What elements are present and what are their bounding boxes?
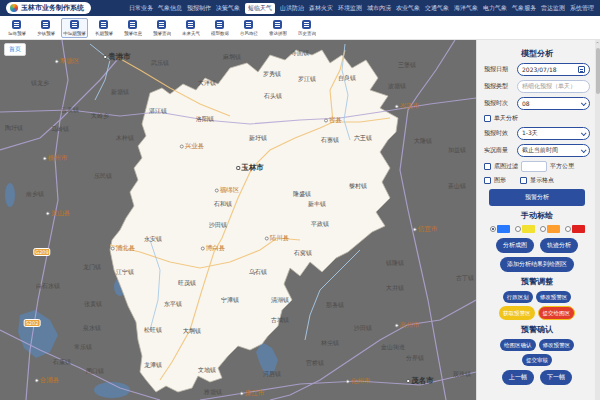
warning-adjust-button[interactable]: 获取预警区 [499, 306, 535, 320]
calendar-icon[interactable] [578, 66, 585, 73]
warning-analysis-button[interactable]: 预警分析 [489, 189, 585, 206]
map-label-town: 新圩镇 [249, 134, 267, 143]
top-nav-item[interactable]: 海洋气象 [454, 4, 478, 13]
top-nav-item[interactable]: 城市内涝 [367, 4, 391, 13]
top-nav-item[interactable]: 森林火灾 [309, 4, 333, 13]
module-tab-label: 历史查询 [298, 30, 316, 35]
module-tab-bar: 短临预警乡镇预警中短期预警长期预警预警信息预警查询未来天气模型数据台风路径雷达拼… [0, 16, 600, 40]
module-tab[interactable]: 中短期预警 [61, 18, 88, 38]
map-label-town: 大垌镇 [183, 327, 201, 336]
plot-color-option[interactable] [490, 225, 510, 233]
basemap-filter-checkbox[interactable] [484, 163, 491, 170]
map-label-town: 闸口镇 [86, 367, 104, 376]
area-threshold-input[interactable] [521, 161, 547, 172]
document-icon [273, 20, 282, 29]
forecast-period-select[interactable]: 1-3天 [517, 127, 590, 140]
map-label-town: 陶圩镇 [5, 124, 23, 133]
actual-rain-select[interactable]: 截止当前时间 [517, 144, 590, 157]
plot-color-option[interactable] [565, 225, 585, 233]
top-nav-item[interactable]: 系统管理 [570, 4, 594, 13]
forecast-date-input[interactable]: 2023/07/18 [517, 63, 590, 76]
color-swatch [547, 225, 560, 233]
place-marker-dot [215, 188, 219, 192]
map-label-city: 贵港市 [103, 52, 131, 62]
module-tab[interactable]: 乡镇预警 [32, 18, 59, 38]
top-nav: 日常业务气象信息预报制作决策气象短临天气山洪防治森林火灾环境监测城市内涝农业气象… [129, 3, 594, 14]
map-canvas[interactable]: 首页 贵港市玉林市茂名市覃塘区横州市兴业县灵山县容县岑溪市浦北县博白县合浦县陆川… [0, 40, 476, 400]
map-label-town: 旺茂镇 [178, 279, 196, 288]
show-grid-checkbox[interactable] [520, 177, 527, 184]
map-label-town: 林尘镇 [321, 339, 339, 348]
manual-plot-button[interactable]: 分析成图 [496, 238, 534, 253]
color-radio[interactable] [515, 226, 521, 232]
document-icon [41, 20, 50, 29]
top-nav-item[interactable]: 交通气象 [425, 4, 449, 13]
map-label-town: 自良镇 [338, 74, 356, 83]
module-tab[interactable]: 雷达拼图 [264, 18, 291, 38]
color-radio[interactable] [540, 226, 546, 232]
next-frame-button[interactable]: 下一幅 [540, 370, 572, 385]
single-day-checkbox[interactable] [484, 115, 491, 122]
top-nav-item[interactable]: 电力气象 [483, 4, 507, 13]
graphic-checkbox[interactable] [484, 177, 491, 184]
document-icon [215, 20, 224, 29]
warning-adjust-button[interactable]: 行政区划 [503, 291, 533, 303]
manual-plot-button[interactable]: 轨迹分析 [540, 238, 578, 253]
top-nav-item[interactable]: 短临天气 [245, 3, 275, 14]
warning-adjust-button[interactable]: 提交绘图区 [538, 306, 576, 320]
map-label-county: 浦北县 [111, 244, 136, 253]
basemap-filter-label: 底图过滤 [494, 162, 518, 171]
add-analysis-result-button[interactable]: 添加分析结果到绘图区 [500, 257, 574, 272]
color-radio[interactable] [490, 226, 496, 232]
warning-adjust-button[interactable]: 修改预警区 [536, 291, 572, 303]
module-tab-label: 中短期预警 [63, 30, 86, 35]
show-grid-label: 显示格点 [530, 176, 554, 185]
map-label-town: 龙潭镇 [144, 361, 162, 370]
top-nav-item[interactable]: 预报制作 [187, 4, 211, 13]
module-tab[interactable]: 未来天气 [177, 18, 204, 38]
module-tab[interactable]: 长期预警 [90, 18, 117, 38]
chevron-down-icon [581, 130, 587, 136]
color-swatch [497, 225, 510, 233]
map-label-county: 廉江市 [240, 389, 265, 398]
module-tab-label: 乡镇预警 [37, 30, 55, 35]
panel-scrollbar[interactable]: ^ [595, 40, 600, 400]
top-nav-item[interactable]: 气象信息 [158, 4, 182, 13]
warning-confirm-button[interactable]: 提交审核 [522, 354, 552, 366]
map-label-town: 古丁镇 [456, 274, 474, 283]
warning-adjust-title: 预警调整 [484, 276, 590, 287]
prev-frame-button[interactable]: 上一幅 [502, 370, 534, 385]
module-tab[interactable]: 预警信息 [119, 18, 146, 38]
module-tab[interactable]: 历史查询 [293, 18, 320, 38]
module-tab[interactable]: 台风路径 [235, 18, 262, 38]
top-nav-item[interactable]: 气象服务 [512, 4, 536, 13]
top-nav-item[interactable]: 决策气象 [216, 4, 240, 13]
map-label-town: 白石水镇 [36, 282, 60, 291]
document-icon [302, 20, 311, 29]
forecast-type-input[interactable]: 精细化预报（单天） [517, 80, 590, 93]
module-tab[interactable]: 预警查询 [148, 18, 175, 38]
top-nav-item[interactable]: 环境监测 [338, 4, 362, 13]
plot-color-option[interactable] [515, 225, 535, 233]
top-nav-item[interactable]: 农业气象 [396, 4, 420, 13]
scroll-up-icon[interactable]: ^ [595, 41, 600, 46]
place-marker-dot [236, 166, 240, 170]
map-label-county: 兴业县 [180, 142, 205, 151]
chevron-down-icon [581, 100, 587, 106]
forecast-time-select[interactable]: 08 [517, 97, 590, 110]
scrollbar-thumb[interactable] [596, 48, 600, 94]
module-tab[interactable]: 短临预警 [3, 18, 30, 38]
plot-color-option[interactable] [540, 225, 560, 233]
top-nav-item[interactable]: 雷达监测 [541, 4, 565, 13]
warning-confirm-button[interactable]: 绘图区确认 [500, 339, 536, 351]
map-label-county: 岑溪市 [395, 102, 420, 111]
map-label-town: 洛阳镇 [196, 115, 214, 124]
warning-confirm-button[interactable]: 修改预警区 [539, 339, 575, 351]
top-nav-item[interactable]: 日常业务 [129, 4, 153, 13]
color-radio[interactable] [565, 226, 571, 232]
map-label-town: 镇龙乡 [31, 79, 49, 88]
map-label-county: 信宜市 [413, 225, 438, 234]
map-home-link[interactable]: 首页 [4, 43, 26, 56]
top-nav-item[interactable]: 山洪防治 [280, 4, 304, 13]
module-tab[interactable]: 模型数据 [206, 18, 233, 38]
